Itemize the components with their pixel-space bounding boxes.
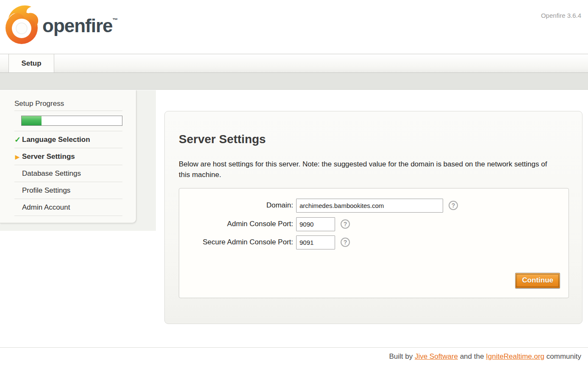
sidebar-item-server-settings[interactable]: ▶ Server Settings: [14, 148, 122, 165]
openfire-setup-page: openfire™ Openfire 3.6.4 Setup Setup Pro…: [0, 0, 588, 371]
footer-credit: Built by Jive Software and the IgniteRea…: [389, 352, 581, 361]
domain-label: Domain:: [179, 201, 296, 210]
sidebar-item-label: Profile Settings: [22, 186, 70, 194]
setup-progress-bar: [21, 116, 122, 126]
page-title: Server Settings: [179, 133, 266, 146]
tab-setup[interactable]: Setup: [8, 54, 54, 72]
form-row-secure-admin-console-port: Secure Admin Console Port: ?: [179, 235, 569, 250]
continue-button-label: Continue: [516, 274, 559, 287]
setup-steps-list: ✓ Language Selection ▶ Server Settings D…: [14, 131, 122, 216]
progress-fill: [22, 116, 42, 125]
continue-button[interactable]: Continue: [515, 273, 560, 288]
sidebar-item-admin-account[interactable]: Admin Account: [14, 199, 122, 216]
current-step-arrow-icon: ▶: [15, 149, 19, 166]
setup-progress-sidebar: Setup Progress ✓ Language Selection ▶ Se…: [0, 90, 136, 223]
jive-software-link[interactable]: Jive Software: [415, 352, 458, 360]
admin-console-port-label: Admin Console Port:: [179, 220, 296, 228]
footer-divider: [0, 347, 588, 348]
domain-help-icon[interactable]: ?: [449, 201, 458, 210]
checkmark-icon: ✓: [14, 131, 21, 148]
sidebar-item-profile-settings[interactable]: Profile Settings: [14, 182, 122, 199]
sidebar-item-label: Language Selection: [22, 136, 90, 144]
sidebar-item-label: Database Settings: [22, 169, 81, 177]
setup-progress-title: Setup Progress: [14, 100, 122, 111]
admin-console-port-input[interactable]: [296, 217, 335, 231]
openfire-flame-logo-icon: [3, 2, 42, 45]
server-settings-form: Domain: ? Admin Console Port: ? Secure A…: [179, 188, 569, 298]
secure-admin-console-port-input[interactable]: [296, 235, 335, 249]
sidebar-item-label: Server Settings: [22, 152, 75, 161]
sidebar-item-database-settings[interactable]: Database Settings: [14, 165, 122, 182]
igniterealtime-link[interactable]: IgniteRealtime.org: [486, 352, 544, 360]
footer-suffix: community: [544, 352, 581, 360]
footer-prefix: Built by: [389, 352, 414, 360]
domain-input[interactable]: [296, 199, 443, 213]
secure-admin-console-port-label: Secure Admin Console Port:: [179, 238, 296, 246]
trademark-symbol: ™: [113, 17, 118, 23]
header: openfire™ Openfire 3.6.4: [0, 0, 588, 54]
form-row-admin-console-port: Admin Console Port: ?: [179, 216, 569, 232]
version-label: Openfire 3.6.4: [541, 12, 581, 19]
secure-admin-console-port-help-icon[interactable]: ?: [341, 238, 350, 247]
tab-bar: Setup: [0, 54, 588, 72]
form-row-domain: Domain: ?: [179, 198, 569, 213]
openfire-wordmark: openfire™: [42, 15, 118, 36]
page-description: Below are host settings for this server.…: [179, 159, 548, 180]
sidebar-item-language-selection[interactable]: ✓ Language Selection: [14, 131, 122, 148]
subnav-bar: [0, 72, 588, 90]
sidebar-item-label: Admin Account: [22, 203, 70, 211]
admin-console-port-help-icon[interactable]: ?: [341, 219, 350, 229]
main-content-panel: Server Settings Below are host settings …: [164, 111, 582, 324]
footer-middle: and the: [458, 352, 486, 360]
